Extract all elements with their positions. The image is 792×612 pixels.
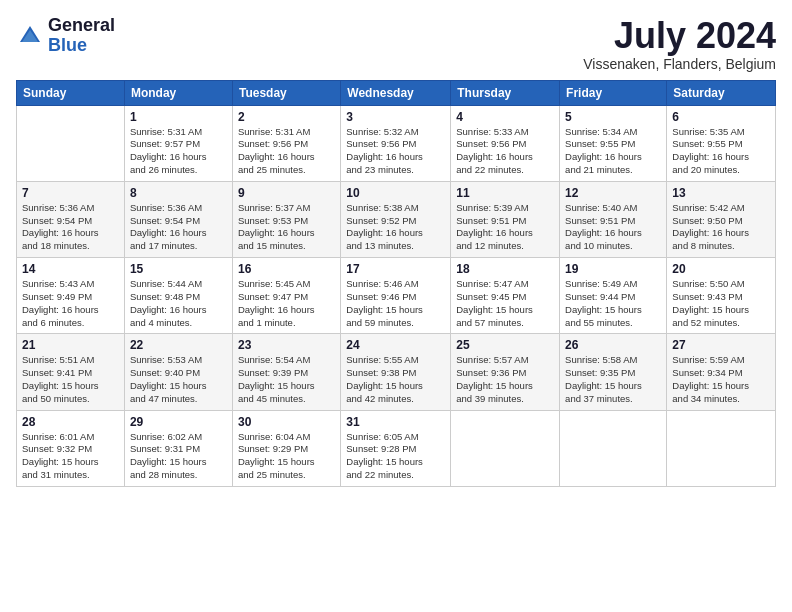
day-info: Sunrise: 5:40 AMSunset: 9:51 PMDaylight:…	[565, 202, 661, 253]
calendar-cell: 12Sunrise: 5:40 AMSunset: 9:51 PMDayligh…	[560, 181, 667, 257]
logo: General Blue	[16, 16, 115, 56]
day-number: 12	[565, 186, 661, 200]
day-number: 26	[565, 338, 661, 352]
day-number: 18	[456, 262, 554, 276]
day-number: 4	[456, 110, 554, 124]
day-number: 7	[22, 186, 119, 200]
day-number: 22	[130, 338, 227, 352]
calendar-header-row: SundayMondayTuesdayWednesdayThursdayFrid…	[17, 80, 776, 105]
calendar-cell	[667, 410, 776, 486]
day-info: Sunrise: 5:36 AMSunset: 9:54 PMDaylight:…	[22, 202, 119, 253]
month-year-title: July 2024	[583, 16, 776, 56]
day-info: Sunrise: 5:50 AMSunset: 9:43 PMDaylight:…	[672, 278, 770, 329]
calendar-cell: 26Sunrise: 5:58 AMSunset: 9:35 PMDayligh…	[560, 334, 667, 410]
calendar-cell: 30Sunrise: 6:04 AMSunset: 9:29 PMDayligh…	[232, 410, 340, 486]
calendar-cell: 18Sunrise: 5:47 AMSunset: 9:45 PMDayligh…	[451, 258, 560, 334]
day-info: Sunrise: 5:31 AMSunset: 9:56 PMDaylight:…	[238, 126, 335, 177]
calendar-cell: 14Sunrise: 5:43 AMSunset: 9:49 PMDayligh…	[17, 258, 125, 334]
calendar-cell: 20Sunrise: 5:50 AMSunset: 9:43 PMDayligh…	[667, 258, 776, 334]
day-info: Sunrise: 6:01 AMSunset: 9:32 PMDaylight:…	[22, 431, 119, 482]
day-info: Sunrise: 6:05 AMSunset: 9:28 PMDaylight:…	[346, 431, 445, 482]
calendar-week-row: 1Sunrise: 5:31 AMSunset: 9:57 PMDaylight…	[17, 105, 776, 181]
calendar-cell: 31Sunrise: 6:05 AMSunset: 9:28 PMDayligh…	[341, 410, 451, 486]
calendar-cell: 5Sunrise: 5:34 AMSunset: 9:55 PMDaylight…	[560, 105, 667, 181]
day-info: Sunrise: 5:53 AMSunset: 9:40 PMDaylight:…	[130, 354, 227, 405]
day-number: 25	[456, 338, 554, 352]
day-number: 29	[130, 415, 227, 429]
day-info: Sunrise: 6:02 AMSunset: 9:31 PMDaylight:…	[130, 431, 227, 482]
location-subtitle: Vissenaken, Flanders, Belgium	[583, 56, 776, 72]
title-block: July 2024 Vissenaken, Flanders, Belgium	[583, 16, 776, 72]
day-info: Sunrise: 5:55 AMSunset: 9:38 PMDaylight:…	[346, 354, 445, 405]
day-info: Sunrise: 5:37 AMSunset: 9:53 PMDaylight:…	[238, 202, 335, 253]
calendar-cell: 27Sunrise: 5:59 AMSunset: 9:34 PMDayligh…	[667, 334, 776, 410]
calendar-cell: 22Sunrise: 5:53 AMSunset: 9:40 PMDayligh…	[124, 334, 232, 410]
day-info: Sunrise: 5:38 AMSunset: 9:52 PMDaylight:…	[346, 202, 445, 253]
weekday-header: Monday	[124, 80, 232, 105]
calendar-cell: 10Sunrise: 5:38 AMSunset: 9:52 PMDayligh…	[341, 181, 451, 257]
day-number: 23	[238, 338, 335, 352]
day-number: 27	[672, 338, 770, 352]
day-info: Sunrise: 5:39 AMSunset: 9:51 PMDaylight:…	[456, 202, 554, 253]
weekday-header: Thursday	[451, 80, 560, 105]
day-number: 11	[456, 186, 554, 200]
calendar-cell	[560, 410, 667, 486]
day-number: 14	[22, 262, 119, 276]
calendar-week-row: 7Sunrise: 5:36 AMSunset: 9:54 PMDaylight…	[17, 181, 776, 257]
day-number: 28	[22, 415, 119, 429]
calendar-cell: 4Sunrise: 5:33 AMSunset: 9:56 PMDaylight…	[451, 105, 560, 181]
calendar-cell: 23Sunrise: 5:54 AMSunset: 9:39 PMDayligh…	[232, 334, 340, 410]
calendar-cell: 6Sunrise: 5:35 AMSunset: 9:55 PMDaylight…	[667, 105, 776, 181]
day-info: Sunrise: 5:42 AMSunset: 9:50 PMDaylight:…	[672, 202, 770, 253]
logo-icon	[16, 22, 44, 50]
calendar-cell: 2Sunrise: 5:31 AMSunset: 9:56 PMDaylight…	[232, 105, 340, 181]
calendar-cell: 29Sunrise: 6:02 AMSunset: 9:31 PMDayligh…	[124, 410, 232, 486]
calendar-cell: 17Sunrise: 5:46 AMSunset: 9:46 PMDayligh…	[341, 258, 451, 334]
day-number: 5	[565, 110, 661, 124]
day-number: 31	[346, 415, 445, 429]
day-info: Sunrise: 5:51 AMSunset: 9:41 PMDaylight:…	[22, 354, 119, 405]
logo-text: General Blue	[48, 16, 115, 56]
day-number: 6	[672, 110, 770, 124]
day-info: Sunrise: 5:59 AMSunset: 9:34 PMDaylight:…	[672, 354, 770, 405]
weekday-header: Tuesday	[232, 80, 340, 105]
calendar-cell	[17, 105, 125, 181]
calendar-cell: 21Sunrise: 5:51 AMSunset: 9:41 PMDayligh…	[17, 334, 125, 410]
day-number: 21	[22, 338, 119, 352]
calendar-table: SundayMondayTuesdayWednesdayThursdayFrid…	[16, 80, 776, 487]
day-info: Sunrise: 5:32 AMSunset: 9:56 PMDaylight:…	[346, 126, 445, 177]
logo-general: General	[48, 16, 115, 36]
day-info: Sunrise: 5:34 AMSunset: 9:55 PMDaylight:…	[565, 126, 661, 177]
calendar-cell: 28Sunrise: 6:01 AMSunset: 9:32 PMDayligh…	[17, 410, 125, 486]
weekday-header: Saturday	[667, 80, 776, 105]
day-number: 19	[565, 262, 661, 276]
day-info: Sunrise: 5:46 AMSunset: 9:46 PMDaylight:…	[346, 278, 445, 329]
weekday-header: Wednesday	[341, 80, 451, 105]
calendar-week-row: 14Sunrise: 5:43 AMSunset: 9:49 PMDayligh…	[17, 258, 776, 334]
day-number: 15	[130, 262, 227, 276]
day-info: Sunrise: 5:33 AMSunset: 9:56 PMDaylight:…	[456, 126, 554, 177]
calendar-week-row: 28Sunrise: 6:01 AMSunset: 9:32 PMDayligh…	[17, 410, 776, 486]
day-number: 3	[346, 110, 445, 124]
weekday-header: Sunday	[17, 80, 125, 105]
day-info: Sunrise: 5:31 AMSunset: 9:57 PMDaylight:…	[130, 126, 227, 177]
day-info: Sunrise: 5:35 AMSunset: 9:55 PMDaylight:…	[672, 126, 770, 177]
day-info: Sunrise: 5:58 AMSunset: 9:35 PMDaylight:…	[565, 354, 661, 405]
day-info: Sunrise: 5:49 AMSunset: 9:44 PMDaylight:…	[565, 278, 661, 329]
calendar-cell: 13Sunrise: 5:42 AMSunset: 9:50 PMDayligh…	[667, 181, 776, 257]
calendar-cell: 24Sunrise: 5:55 AMSunset: 9:38 PMDayligh…	[341, 334, 451, 410]
day-info: Sunrise: 6:04 AMSunset: 9:29 PMDaylight:…	[238, 431, 335, 482]
calendar-cell: 15Sunrise: 5:44 AMSunset: 9:48 PMDayligh…	[124, 258, 232, 334]
calendar-cell: 11Sunrise: 5:39 AMSunset: 9:51 PMDayligh…	[451, 181, 560, 257]
day-number: 17	[346, 262, 445, 276]
day-number: 1	[130, 110, 227, 124]
calendar-cell: 3Sunrise: 5:32 AMSunset: 9:56 PMDaylight…	[341, 105, 451, 181]
day-number: 13	[672, 186, 770, 200]
day-info: Sunrise: 5:45 AMSunset: 9:47 PMDaylight:…	[238, 278, 335, 329]
day-info: Sunrise: 5:36 AMSunset: 9:54 PMDaylight:…	[130, 202, 227, 253]
day-info: Sunrise: 5:57 AMSunset: 9:36 PMDaylight:…	[456, 354, 554, 405]
calendar-cell: 25Sunrise: 5:57 AMSunset: 9:36 PMDayligh…	[451, 334, 560, 410]
calendar-week-row: 21Sunrise: 5:51 AMSunset: 9:41 PMDayligh…	[17, 334, 776, 410]
calendar-cell: 9Sunrise: 5:37 AMSunset: 9:53 PMDaylight…	[232, 181, 340, 257]
calendar-cell	[451, 410, 560, 486]
